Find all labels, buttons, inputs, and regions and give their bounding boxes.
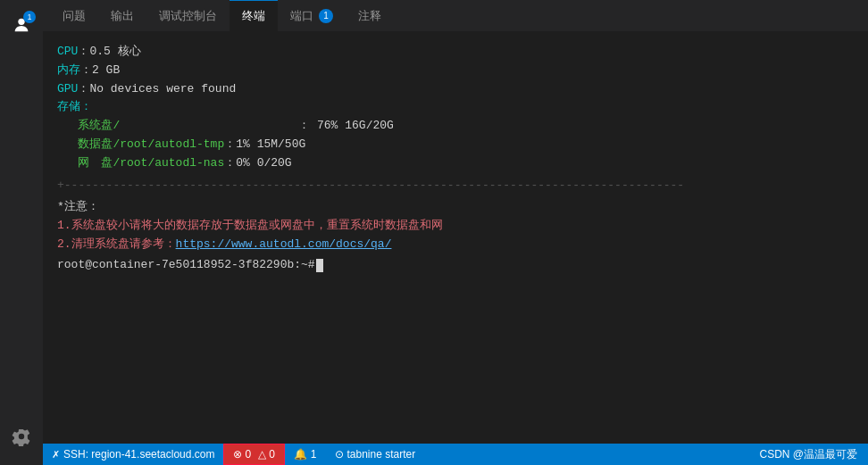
errors-count: ⊗ 0 — [233, 448, 251, 461]
tab-ports[interactable]: 端口 1 — [278, 0, 346, 31]
status-bar: ✗ SSH: region-41.seetacloud.com ⊗ 0 △ 0 … — [43, 444, 868, 465]
notice-link[interactable]: https://www.autodl.com/docs/qa/ — [176, 237, 392, 251]
gpu-label: GPU — [57, 80, 78, 99]
cursor — [316, 259, 323, 272]
tabs-bar: 问题 输出 调试控制台 终端 端口 1 注释 — [43, 0, 868, 32]
cpu-value: ：0.5 核心 — [78, 43, 140, 62]
tab-problems[interactable]: 问题 — [50, 0, 98, 31]
disk3-value: ：0% 0/20G — [224, 154, 291, 173]
status-errors-warnings[interactable]: ⊗ 0 △ 0 — [223, 444, 284, 465]
status-plugin[interactable]: ⊙ tabnine starter — [326, 444, 425, 465]
sidebar-icon-settings[interactable] — [4, 419, 39, 454]
main-area: 问题 输出 调试控制台 终端 端口 1 注释 CPU ：0.5 核心 内存 ：2… — [43, 0, 868, 465]
plugin-label: tabnine starter — [347, 448, 416, 461]
disk2-label: 数据盘/root/autodl-tmp — [78, 136, 224, 154]
user-badge: 1 — [23, 11, 36, 23]
disk3-line: 网 盘/root/autodl-nas ：0% 0/20G — [57, 154, 854, 173]
notification-icon: 🔔 — [294, 448, 307, 461]
notice-line2: 2.清理系统盘请参考：https://www.autodl.com/docs/q… — [57, 236, 854, 254]
disk2-value: ：1% 15M/50G — [224, 136, 305, 154]
tab-debug-console[interactable]: 调试控制台 — [146, 0, 230, 31]
disk1-value: ： 76% 16G/20G — [298, 117, 394, 136]
status-right: CSDN @温温最可爱 — [759, 447, 868, 462]
gpu-value: ：No devices were found — [78, 80, 236, 99]
warning-count: 0 — [269, 448, 275, 461]
warnings-count: △ 0 — [258, 448, 275, 461]
error-icon: ⊗ — [233, 448, 242, 461]
warning-icon: △ — [258, 448, 266, 461]
disk2-line: 数据盘/root/autodl-tmp ：1% 15M/50G — [57, 136, 854, 154]
disk1-label: 系统盘/ — [78, 117, 120, 136]
sidebar-icon-user[interactable]: 1 — [4, 7, 39, 43]
mem-line: 内存 ：2 GB — [57, 62, 854, 80]
disk3-label: 网 盘/root/autodl-nas — [78, 154, 224, 173]
storage-label: 存储： — [57, 98, 92, 117]
disk1-line: 系统盘/ ： 76% 16G/20G — [57, 117, 854, 136]
storage-header-line: 存储： — [57, 98, 854, 117]
ssh-label: SSH: region-41.seetacloud.com — [63, 448, 214, 461]
tab-terminal[interactable]: 终端 — [230, 0, 278, 31]
ports-badge: 1 — [319, 9, 333, 23]
prompt-line: root@container-7e50118952-3f82290b:~# — [57, 256, 854, 275]
tab-output[interactable]: 输出 — [98, 0, 146, 31]
cpu-line: CPU ：0.5 核心 — [57, 43, 854, 62]
notification-count: 1 — [311, 448, 317, 461]
notice-line1: 1.系统盘较小请将大的数据存放于数据盘或网盘中，重置系统时数据盘和网 — [57, 217, 854, 236]
ssh-icon: ✗ — [52, 449, 60, 461]
error-count: 0 — [245, 448, 251, 461]
notice-header: *注意： — [57, 198, 854, 217]
plugin-icon: ⊙ — [335, 448, 344, 461]
status-ssh[interactable]: ✗ SSH: region-41.seetacloud.com — [43, 444, 223, 465]
terminal-output[interactable]: CPU ：0.5 核心 内存 ：2 GB GPU ：No devices wer… — [43, 32, 868, 444]
tab-comments[interactable]: 注释 — [346, 0, 394, 31]
right-text: CSDN @温温最可爱 — [759, 447, 857, 462]
sidebar: 1 — [0, 0, 43, 465]
gpu-line: GPU ：No devices were found — [57, 80, 854, 99]
prompt-text: root@container-7e50118952-3f82290b:~# — [57, 256, 315, 275]
divider: +---------------------------------------… — [57, 177, 854, 195]
status-notifications[interactable]: 🔔 1 — [285, 444, 326, 465]
mem-label: 内存 — [57, 62, 80, 80]
cpu-label: CPU — [57, 43, 78, 62]
mem-value: ：2 GB — [80, 62, 120, 80]
